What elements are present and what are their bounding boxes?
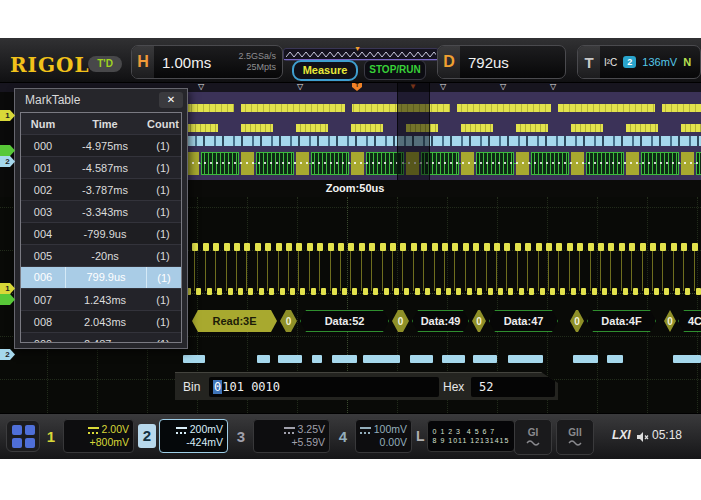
channel-3-offset: +5.59V [291, 436, 325, 449]
marktable-body: 000-4.975ms(1)001-4.587ms(1)002-3.787ms(… [21, 134, 181, 343]
channel-4-number: 4 [334, 428, 352, 445]
d-label: D [438, 46, 460, 78]
close-icon[interactable]: ✕ [159, 92, 183, 108]
marktable-row[interactable]: 000-4.975ms(1) [21, 134, 181, 156]
decode-segment-data: Data:52 [300, 310, 389, 332]
channel-2-scale: 200mV [190, 423, 223, 436]
bin-label: Bin [183, 380, 200, 394]
sample-rate: 2.5GSa/s [238, 51, 276, 62]
channel-1-values: 2.00V +800mV [63, 419, 134, 453]
mark-time: -4.587ms [65, 162, 145, 174]
mark-time: -20ns [65, 250, 145, 262]
mark-num: 008 [21, 316, 65, 328]
generator-1-block[interactable]: GI [514, 419, 552, 455]
marktable-row[interactable]: 0082.043ms(1) [21, 310, 181, 332]
la-row-1: 0 1 2 3 4 5 6 7 [433, 427, 510, 436]
t-label: T [578, 46, 600, 78]
zigzag-waveform-icon [286, 50, 436, 59]
column-header-num: Num [21, 118, 65, 130]
acquisition-info: 2.5GSa/s 25Mpts [238, 51, 276, 73]
channel-1-block[interactable]: 1 2.00V +800mV [42, 419, 134, 453]
channel-4-values: 100mV 0.00V [355, 419, 412, 453]
mark-num: 005 [21, 250, 65, 262]
bin-hex-bar: Bin 0101 0010 Hex 52 [175, 372, 558, 401]
mark-num: 007 [21, 294, 65, 306]
mark-time: -4.975ms [65, 140, 145, 152]
marktable-header-row: Num Time Count [21, 113, 181, 134]
mark-count: (1) [145, 294, 181, 306]
mark-num: 000 [21, 140, 65, 152]
mute-speaker-icon[interactable] [636, 429, 649, 447]
column-header-time: Time [65, 118, 145, 130]
marktable-row[interactable]: 006799.9us(1) [21, 266, 181, 288]
bin-cursor-digit: 0 [213, 380, 222, 394]
marktable-row[interactable]: 003-3.343ms(1) [21, 200, 181, 222]
g1-label: GI [528, 427, 539, 438]
sine-wave-icon [568, 439, 582, 447]
hex-value-field[interactable]: 52 [471, 377, 555, 397]
channel-1-scale: 2.00V [102, 423, 129, 436]
delay-block[interactable]: D 792us [437, 45, 566, 79]
marktable-table: Num Time Count 000-4.975ms(1)001-4.587ms… [20, 112, 182, 343]
channel-3-scale: 3.25V [298, 423, 325, 436]
trigger-level-value: 136mV [642, 56, 677, 68]
mark-num: 004 [21, 228, 65, 240]
stop-run-button[interactable]: STOP/RUN [364, 60, 426, 80]
decode-segment-data: Data:47 [489, 310, 558, 332]
mark-count: (1) [145, 250, 181, 262]
decode-segment-read: Read:3E [192, 310, 277, 332]
mark-count: (1) [145, 206, 181, 218]
rigol-logo: RIGOL [10, 53, 90, 77]
measure-button[interactable]: Measure [292, 60, 358, 81]
oscilloscope-screenshot: RIGOL T'D H 1.00ms 2.5GSa/s 25Mpts ▼ Mea… [0, 0, 701, 500]
channel-3-block[interactable]: 3 3.25V +5.59V [232, 419, 330, 453]
channel-3-values: 3.25V +5.59V [253, 419, 330, 453]
mark-num: 009 [21, 338, 65, 344]
marktable-row[interactable]: 002-3.787ms(1) [21, 178, 181, 200]
trigger-block[interactable]: T I²C 2 136mV N [577, 45, 701, 79]
mark-num: 006 [21, 267, 66, 288]
mark-count: (1) [145, 316, 181, 328]
channel-1-number: 1 [42, 428, 60, 445]
mark-time: 2.043ms [65, 316, 145, 328]
footer-channel-bar: 1 2.00V +800mV 2 200mV -424mV 3 3.25V +5… [0, 413, 701, 459]
marktable-popup: MarkTable ✕ Num Time Count 000-4.975ms(1… [14, 88, 188, 349]
h-label: H [132, 46, 154, 78]
dc-coupling-icon [284, 426, 295, 434]
la-row-2: 8 9 1011 12131415 [433, 436, 510, 445]
timebase-value: 1.00ms [162, 54, 211, 71]
channel-position-tag[interactable] [0, 145, 15, 156]
mark-num: 003 [21, 206, 65, 218]
trigger-slope-indicator: N [683, 56, 691, 68]
mark-num: 002 [21, 184, 65, 196]
channel-4-block[interactable]: 4 100mV 0.00V [334, 419, 412, 453]
mark-time: 1.243ms [65, 294, 145, 306]
top-status-bar: RIGOL T'D H 1.00ms 2.5GSa/s 25Mpts ▼ Mea… [0, 38, 701, 83]
channel-3-number: 3 [232, 428, 250, 445]
marktable-row[interactable]: 001-4.587ms(1) [21, 156, 181, 178]
bin-value-field[interactable]: 0101 0010 [209, 377, 439, 397]
marktable-row[interactable]: 004-799.9us(1) [21, 222, 181, 244]
marktable-row[interactable]: 005-20ns(1) [21, 244, 181, 266]
marktable-row[interactable]: 0092.487ms(1) [21, 332, 181, 343]
lxi-logo: LXI [612, 428, 631, 442]
mark-count: (1) [145, 140, 181, 152]
decode-segment-data: Data:49 [412, 310, 469, 332]
generator-2-block[interactable]: GII [556, 419, 594, 455]
marktable-title: MarkTable [25, 93, 80, 107]
logic-analyzer-block[interactable]: L 0 1 2 3 4 5 6 7 8 9 1011 12131415 [416, 419, 510, 453]
mark-count: (1) [145, 338, 181, 344]
trigger-status-badge: T'D [88, 56, 122, 72]
mark-time: 2.487ms [65, 338, 145, 344]
la-channel-numbers: 0 1 2 3 4 5 6 7 8 9 1011 12131415 [427, 420, 516, 452]
horizontal-block[interactable]: H 1.00ms 2.5GSa/s 25Mpts [131, 45, 283, 79]
menu-grid-icon[interactable] [6, 420, 40, 452]
channel-2-block[interactable]: 2 200mV -424mV [138, 419, 228, 453]
channel-2-offset: -424mV [186, 436, 223, 449]
channel-position-tag[interactable]: 1 [0, 110, 15, 121]
channel-position-tag[interactable]: 2 [0, 156, 15, 167]
marktable-row[interactable]: 0071.243ms(1) [21, 288, 181, 310]
mark-time: 799.9us [66, 267, 147, 288]
channel-4-scale: 100mV [374, 423, 407, 436]
mark-num: 001 [21, 162, 65, 174]
